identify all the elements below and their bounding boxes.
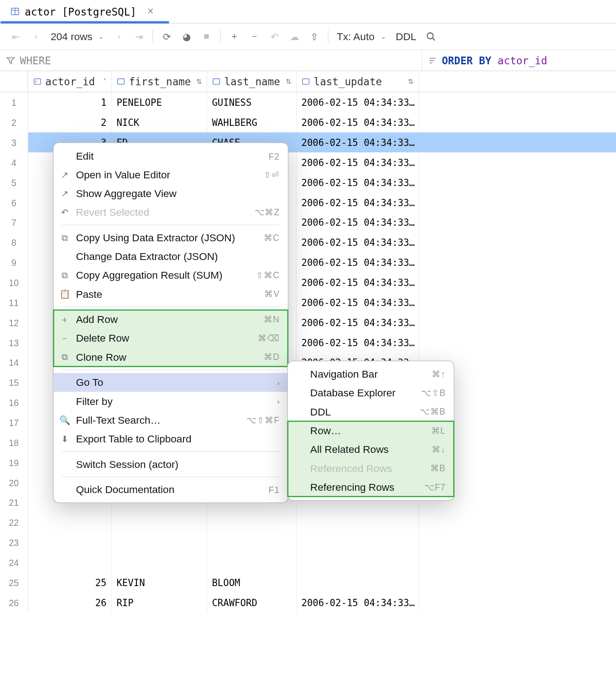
column-header-first-name[interactable]: first_name ⇅ xyxy=(112,71,207,92)
cell[interactable]: 2006-02-15 04:34:33… xyxy=(297,132,419,152)
submit-button[interactable]: ⇧ xyxy=(304,26,324,47)
table-row[interactable]: 1PENELOPEGUINESS2006-02-15 04:34:33… xyxy=(28,93,616,113)
cell[interactable]: NICK xyxy=(112,112,207,132)
menu-item[interactable]: Switch Session (actor) xyxy=(53,455,287,473)
cell[interactable]: BLOOM xyxy=(207,572,297,592)
menu-item[interactable]: Quick DocumentationF1 xyxy=(53,480,287,499)
cell[interactable] xyxy=(112,513,207,533)
table-row[interactable] xyxy=(28,532,616,552)
row-number[interactable]: 19 xyxy=(0,452,28,472)
cell[interactable]: 2006-02-15 04:34:33… xyxy=(297,192,419,213)
menu-item[interactable]: Filter by› xyxy=(53,392,287,410)
table-row[interactable]: 25KEVINBLOOM xyxy=(28,572,616,592)
cell[interactable] xyxy=(297,532,419,552)
row-number[interactable]: 2 xyxy=(0,112,28,132)
close-tab-icon[interactable]: × xyxy=(147,5,154,18)
cell[interactable]: 25 xyxy=(28,572,112,592)
table-row[interactable]: 2NICKWAHLBERG2006-02-15 04:34:33… xyxy=(28,112,616,132)
search-button[interactable] xyxy=(421,26,441,47)
editor-tab[interactable]: actor [PostgreSQL] × xyxy=(0,0,162,23)
column-header-last-update[interactable]: last_update ⇅ xyxy=(297,71,419,92)
menu-item[interactable]: Referencing Rows⌥F7 xyxy=(288,478,454,496)
row-number[interactable]: 16 xyxy=(0,392,28,412)
menu-item[interactable]: DDL⌥⌘B xyxy=(288,402,454,421)
table-row[interactable] xyxy=(28,552,616,572)
row-number[interactable]: 6 xyxy=(0,192,28,213)
row-number[interactable]: 21 xyxy=(0,493,28,513)
row-number[interactable]: 14 xyxy=(0,353,28,373)
row-number[interactable]: 17 xyxy=(0,412,28,432)
menu-item[interactable]: 🔍Full-Text Search…⌥⇧⌘F xyxy=(53,410,287,429)
add-row-button[interactable]: ＋ xyxy=(224,26,245,47)
row-number[interactable]: 12 xyxy=(0,312,28,332)
row-number[interactable]: 18 xyxy=(0,432,28,452)
cell[interactable] xyxy=(28,513,112,533)
delete-row-button[interactable]: － xyxy=(244,26,264,47)
menu-item[interactable]: Row…⌘L xyxy=(288,421,454,440)
prev-page-button[interactable]: ‹ xyxy=(26,26,46,47)
menu-item[interactable]: ＋Add Row⌘N xyxy=(53,310,287,329)
schedule-button[interactable]: ◕ xyxy=(177,26,197,47)
row-number[interactable]: 25 xyxy=(0,572,28,592)
cell[interactable]: GUINESS xyxy=(207,93,297,113)
table-row[interactable] xyxy=(28,513,616,533)
cell[interactable] xyxy=(297,552,419,572)
reload-button[interactable]: ⟳ xyxy=(157,26,177,47)
first-page-button[interactable]: ⇤ xyxy=(6,26,26,47)
revert-button[interactable]: ↶ xyxy=(264,26,284,47)
cell[interactable] xyxy=(112,552,207,572)
row-number[interactable]: 11 xyxy=(0,292,28,312)
cell[interactable]: KEVIN xyxy=(112,572,207,592)
menu-item[interactable]: EditF2 xyxy=(53,146,287,165)
row-number[interactable]: 22 xyxy=(0,513,28,533)
row-number[interactable]: 1 xyxy=(0,93,28,113)
row-number[interactable]: 7 xyxy=(0,213,28,233)
cell[interactable] xyxy=(207,552,297,572)
cell[interactable] xyxy=(207,513,297,533)
cell[interactable]: 2006-02-15 04:34:33… xyxy=(297,93,419,113)
row-number[interactable]: 4 xyxy=(0,152,28,172)
cell[interactable] xyxy=(297,513,419,533)
cell[interactable]: CRAWFORD xyxy=(207,592,297,613)
cell[interactable]: 2006-02-15 04:34:33… xyxy=(297,252,419,272)
cell[interactable]: RIP xyxy=(112,592,207,613)
ddl-button[interactable]: DDL xyxy=(391,30,421,42)
sort-icon[interactable]: ⇅ xyxy=(408,78,414,86)
menu-item[interactable]: ⬇Export Table to Clipboard xyxy=(53,430,287,448)
cell[interactable]: 2006-02-15 04:34:33… xyxy=(297,152,419,172)
row-number[interactable]: 20 xyxy=(0,472,28,493)
cell[interactable]: 1 xyxy=(28,93,112,113)
menu-item[interactable]: －Delete Row⌘⌫ xyxy=(53,329,287,348)
next-page-button[interactable]: › xyxy=(109,26,129,47)
menu-item[interactable]: ↗Open in Value Editor⇧⏎ xyxy=(53,165,287,184)
menu-item[interactable]: ⧉Copy Using Data Extractor (JSON)⌘C xyxy=(53,228,287,247)
cell[interactable]: 2006-02-15 04:34:33… xyxy=(297,272,419,292)
order-by-filter[interactable]: ORDER BY actor_id × xyxy=(421,50,616,71)
menu-item[interactable]: Navigation Bar⌘↑ xyxy=(288,365,454,384)
column-header-last-name[interactable]: last_name ⇅ xyxy=(207,71,297,92)
cell[interactable] xyxy=(28,532,112,552)
cell[interactable]: 2006-02-15 04:34:33… xyxy=(297,332,419,353)
menu-item[interactable]: ⧉Copy Aggregation Result (SUM)⇧⌘C xyxy=(53,266,287,285)
menu-item[interactable]: ↗Show Aggregate View xyxy=(53,184,287,203)
row-number[interactable]: 24 xyxy=(0,552,28,572)
menu-item[interactable]: Database Explorer⌥⇧B xyxy=(288,384,454,402)
cell[interactable]: 26 xyxy=(28,592,112,613)
row-number[interactable]: 8 xyxy=(0,233,28,253)
cell[interactable]: 2006-02-15 04:34:33… xyxy=(297,592,419,613)
cell[interactable]: 2006-02-15 04:34:33… xyxy=(297,233,419,253)
stop-button[interactable]: ■ xyxy=(197,26,217,47)
cell[interactable] xyxy=(297,572,419,592)
where-filter[interactable]: WHERE xyxy=(0,50,421,71)
row-number[interactable]: 23 xyxy=(0,532,28,552)
menu-item[interactable]: All Related Rows⌘↓ xyxy=(288,440,454,459)
cell[interactable]: PENELOPE xyxy=(112,93,207,113)
cell[interactable]: 2006-02-15 04:34:33… xyxy=(297,213,419,233)
row-number[interactable]: 10 xyxy=(0,272,28,292)
table-row[interactable]: 26RIPCRAWFORD2006-02-15 04:34:33… xyxy=(28,592,616,613)
cell[interactable]: WAHLBERG xyxy=(207,112,297,132)
column-header-actor-id[interactable]: actor_id ˄ xyxy=(28,71,112,92)
tx-mode-dropdown[interactable]: Tx: Auto ⌄ xyxy=(332,30,391,42)
row-number[interactable]: 5 xyxy=(0,172,28,192)
commit-cloud-button[interactable]: ☁ xyxy=(284,26,304,47)
